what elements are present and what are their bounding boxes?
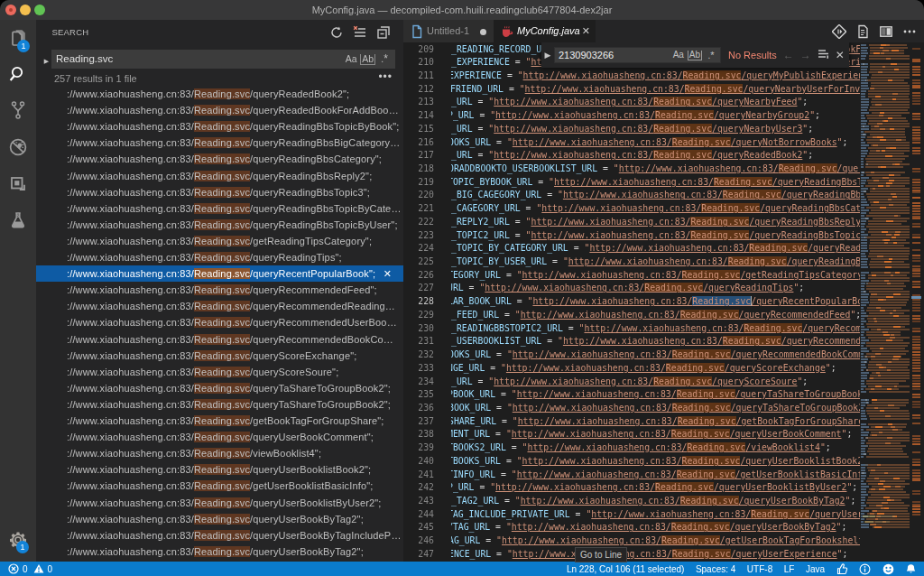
- text-span: ://www.xiaohuasheng.cn:83/: [67, 137, 194, 148]
- code-area[interactable]: _READING_RECORD_URL = "http://www.xiaohu…: [451, 42, 860, 562]
- search-result-item[interactable]: ://www.xiaohuasheng.cn:83/Reading.svc/qu…: [36, 102, 403, 118]
- problems-warnings[interactable]: 0: [33, 563, 53, 574]
- thumbs-up-icon[interactable]: [836, 563, 848, 575]
- search-result-item[interactable]: ://www.xiaohuasheng.cn:83/Reading.svc/qu…: [36, 249, 403, 265]
- minimap-line: [861, 304, 866, 306]
- search-result-item[interactable]: ://www.xiaohuasheng.cn:83/Reading.svc/qu…: [36, 184, 403, 200]
- title-bar[interactable]: MyConfig.java — decompiled-com.huili.rea…: [0, 0, 924, 20]
- search-result-item[interactable]: ://www.xiaohuasheng.cn:83/Reading.svc/qu…: [36, 282, 403, 298]
- search-result-item[interactable]: ://www.xiaohuasheng.cn:83/Reading.svc/qu…: [36, 527, 403, 543]
- search-result-item[interactable]: ://www.xiaohuasheng.cn:83/Reading.svc/qu…: [36, 543, 403, 560]
- search-result-item[interactable]: ://www.xiaohuasheng.cn:83/Reading.svc/qu…: [36, 511, 403, 527]
- minimap-line: [884, 272, 891, 274]
- modified-dot-icon[interactable]: [480, 29, 486, 35]
- more-actions-icon[interactable]: [902, 24, 917, 39]
- find-next-button[interactable]: →: [800, 49, 811, 61]
- search-result-item[interactable]: ://www.xiaohuasheng.cn:83/Reading.svc/qu…: [36, 118, 403, 135]
- whole-word-toggle[interactable]: Ab: [360, 51, 375, 66]
- minimap-line: [871, 280, 910, 282]
- tab-untitled-1[interactable]: Untitled-1: [403, 20, 494, 42]
- search-result-item[interactable]: ://www.xiaohuasheng.cn:83/Reading.svc/qu…: [36, 135, 403, 151]
- info-icon[interactable]: [859, 563, 871, 575]
- search-result-item[interactable]: ://www.xiaohuasheng.cn:83/Reading.svc/qu…: [36, 380, 403, 396]
- find-input[interactable]: 2130903266 AaAb.*: [554, 47, 721, 63]
- close-tab-icon[interactable]: ✕: [582, 20, 590, 42]
- minimap-line: [869, 253, 910, 255]
- ruler-mark: [912, 116, 920, 117]
- tab-myconfig-java[interactable]: MyConfig.java✕: [494, 20, 596, 42]
- toggle-replace-chevron-icon[interactable]: ▶: [42, 56, 51, 67]
- collapse-all-icon[interactable]: [374, 22, 393, 43]
- search-result-item[interactable]: ://www.xiaohuasheng.cn:83/Reading.svc/ge…: [36, 233, 403, 249]
- activity-bar-item-explorer[interactable]: 1: [0, 20, 36, 56]
- search-result-item[interactable]: ://www.xiaohuasheng.cn:83/Reading.svc/qu…: [36, 151, 403, 167]
- find-whole-word-toggle[interactable]: Ab: [688, 48, 702, 62]
- status-language-mode[interactable]: Java: [806, 564, 825, 574]
- search-result-item[interactable]: ://www.xiaohuasheng.cn:83/Reading.svc/ge…: [36, 478, 403, 494]
- minimap-line: [861, 339, 869, 341]
- find-regex-toggle[interactable]: .*: [704, 48, 718, 62]
- search-result-item[interactable]: ://www.xiaohuasheng.cn:83/Reading.svc/qu…: [36, 396, 403, 413]
- search-result-item[interactable]: ://www.xiaohuasheng.cn:83/Reading.svc/qu…: [36, 495, 403, 511]
- search-result-item[interactable]: ://www.xiaohuasheng.cn:83/Reading.svc/qu…: [36, 364, 403, 380]
- activity-bar-item-debug[interactable]: [0, 129, 36, 165]
- search-result-item[interactable]: ://www.xiaohuasheng.cn:83/Reading.svc/qu…: [36, 429, 403, 445]
- minimap-line: [894, 69, 899, 71]
- open-preview-icon[interactable]: [855, 24, 870, 39]
- search-result-item[interactable]: ://www.xiaohuasheng.cn:83/Reading.svc/qu…: [36, 314, 403, 330]
- activity-bar-item-test[interactable]: [0, 202, 36, 238]
- code-token: =: [499, 310, 515, 320]
- minimap-line: [878, 375, 882, 376]
- search-result-item[interactable]: ://www.xiaohuasheng.cn:83/Reading.svc/qu…: [36, 168, 403, 184]
- ruler-mark: [912, 118, 920, 120]
- find-match-case-toggle[interactable]: Aa: [671, 48, 686, 62]
- find-in-selection-button[interactable]: [818, 48, 829, 62]
- find-previous-button[interactable]: ←: [783, 49, 794, 61]
- feedback-smiley-icon[interactable]: [882, 563, 894, 575]
- match-case-toggle[interactable]: Aa: [344, 51, 358, 66]
- search-result-item[interactable]: ://www.xiaohuasheng.cn:83/Reading.svc/vi…: [36, 445, 403, 461]
- problems-errors[interactable]: 0: [8, 563, 28, 574]
- minimap-line: [892, 98, 897, 101]
- code-token: =: [485, 363, 501, 373]
- editor-body[interactable]: 2092102112122132142152162172182192202212…: [403, 42, 924, 562]
- status-eol[interactable]: LF: [784, 564, 795, 574]
- activity-bar-item-source-control[interactable]: [0, 92, 36, 128]
- search-result-item[interactable]: ://www.xiaohuasheng.cn:83/Reading.svc/qu…: [36, 86, 403, 102]
- activity-bar-item-settings[interactable]: 1: [0, 522, 36, 558]
- search-result-item[interactable]: ://www.xiaohuasheng.cn:83/Reading.svc/ge…: [36, 413, 403, 429]
- overview-ruler[interactable]: [911, 42, 924, 562]
- text-span: ://www.xiaohuasheng.cn:83/: [67, 203, 194, 214]
- clear-search-results-icon[interactable]: [351, 22, 369, 43]
- status-cursor-position[interactable]: Ln 228, Col 106 (11 selected): [567, 564, 684, 574]
- search-result-item[interactable]: ://www.xiaohuasheng.cn:83/Reading.svc/qu…: [36, 217, 403, 233]
- search-result-item[interactable]: ://www.xiaohuasheng.cn:83/Reading.svc/qu…: [36, 331, 403, 348]
- activity-bar-item-search[interactable]: [0, 56, 36, 92]
- search-result-item[interactable]: ://www.xiaohuasheng.cn:83/Reading.svc/qu…: [36, 265, 403, 282]
- minimap[interactable]: [860, 42, 911, 562]
- code-token: YTAG_URL: [451, 522, 490, 532]
- minimap-line: [882, 50, 889, 51]
- split-editor-icon[interactable]: [879, 24, 893, 39]
- code-token: http://www.xiaohuasheng.cn:83/: [563, 190, 723, 200]
- code-line: _TAG2_URL = "http://www.xiaohuasheng.cn:…: [451, 496, 860, 506]
- search-result-item[interactable]: ://www.xiaohuasheng.cn:83/Reading.svc/qu…: [36, 461, 403, 478]
- code-token: =: [491, 137, 507, 147]
- open-changes-icon[interactable]: [832, 24, 846, 39]
- regex-toggle[interactable]: .*: [377, 51, 392, 66]
- find-widget-expand-chevron-icon[interactable]: ▶: [541, 51, 554, 60]
- find-close-button[interactable]: ✕: [836, 49, 845, 61]
- toggle-search-details-icon[interactable]: •••: [378, 70, 393, 83]
- activity-bar-item-extensions[interactable]: [0, 165, 36, 201]
- dismiss-result-icon[interactable]: ✕: [383, 265, 392, 282]
- search-result-item[interactable]: ://www.xiaohuasheng.cn:83/Reading.svc/qu…: [36, 298, 403, 314]
- status-encoding[interactable]: UTF-8: [747, 564, 772, 574]
- bell-icon[interactable]: [905, 563, 917, 575]
- ruler-mark: [912, 139, 920, 141]
- minimap-line: [861, 413, 865, 414]
- search-result-item[interactable]: ://www.xiaohuasheng.cn:83/Reading.svc/qu…: [36, 200, 403, 217]
- status-indentation[interactable]: Spaces: 4: [696, 564, 735, 574]
- code-token: P_URL: [451, 482, 475, 492]
- refresh-icon[interactable]: [328, 22, 346, 43]
- search-result-item[interactable]: ://www.xiaohuasheng.cn:83/Reading.svc/qu…: [36, 348, 403, 364]
